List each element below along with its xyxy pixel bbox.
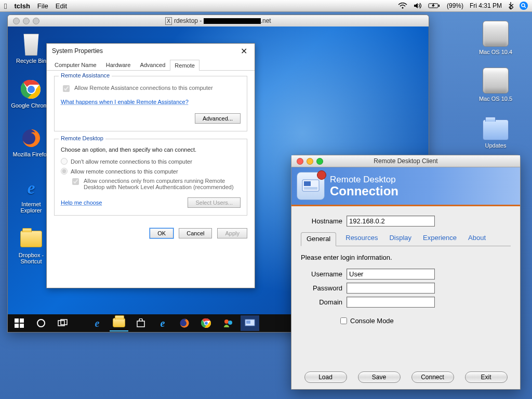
menubar-clock[interactable]: Fri 4:31 PM bbox=[470, 2, 502, 9]
svg-point-20 bbox=[224, 320, 229, 324]
taskbar-edge[interactable]: e bbox=[88, 315, 107, 331]
svg-rect-23 bbox=[246, 321, 250, 324]
tab-hardware[interactable]: Hardware bbox=[101, 59, 136, 70]
remote-desktop-intro: Choose an option, and then specify who c… bbox=[61, 147, 241, 153]
svg-rect-12 bbox=[20, 324, 24, 328]
svg-point-3 bbox=[522, 4, 525, 7]
window-close-icon[interactable] bbox=[13, 18, 20, 24]
rdesktop-title: Xrdesktop - .net bbox=[8, 17, 429, 24]
battery-icon[interactable] bbox=[428, 3, 441, 9]
rdc-tabs: General Resources Display Experience Abo… bbox=[301, 232, 511, 246]
system-properties-dialog[interactable]: System Properties ✕ Computer Name Hardwa… bbox=[46, 43, 255, 288]
svg-point-13 bbox=[37, 320, 45, 327]
desktop-drive-2-label: Mac OS 10.5 bbox=[475, 96, 516, 102]
rdc-banner: Remote Desktop Connection bbox=[291, 167, 520, 206]
svg-rect-25 bbox=[304, 181, 311, 186]
desktop-drive-2[interactable]: Mac OS 10.5 bbox=[475, 68, 516, 102]
drive-icon bbox=[483, 68, 509, 94]
folder-shortcut-icon bbox=[20, 231, 42, 247]
username-input[interactable] bbox=[347, 269, 435, 280]
taskbar-people[interactable] bbox=[219, 315, 237, 331]
taskbar-ie[interactable]: e bbox=[153, 315, 172, 331]
window-zoom-icon[interactable] bbox=[316, 158, 323, 165]
remote-desktop-group: Remote Desktop Choose an option, and the… bbox=[54, 139, 247, 216]
task-view-button[interactable] bbox=[54, 315, 72, 331]
ok-button[interactable]: OK bbox=[150, 228, 174, 238]
chrome-icon bbox=[20, 78, 42, 100]
console-mode-checkbox[interactable] bbox=[340, 317, 347, 324]
battery-percent: (99%) bbox=[447, 2, 463, 9]
bluetooth-icon[interactable] bbox=[508, 2, 513, 9]
cancel-button[interactable]: Cancel bbox=[179, 228, 212, 238]
desktop-drive-1[interactable]: Mac OS 10.4 bbox=[475, 21, 516, 55]
select-users-button[interactable]: Select Users... bbox=[188, 197, 241, 208]
allow-remote-assistance-checkbox[interactable]: Allow Remote Assistance connections to t… bbox=[61, 85, 241, 94]
desktop-drive-1-label: Mac OS 10.4 bbox=[475, 49, 516, 55]
remote-assistance-help-link[interactable]: What happens when I enable Remote Assist… bbox=[61, 99, 189, 105]
taskbar-chrome[interactable] bbox=[197, 315, 216, 331]
hostname-input[interactable] bbox=[347, 216, 435, 227]
wifi-icon[interactable] bbox=[398, 3, 407, 9]
menubar-item-file[interactable]: File bbox=[37, 2, 48, 10]
system-properties-tabs: Computer Name Hardware Advanced Remote bbox=[47, 58, 255, 71]
taskbar-store[interactable] bbox=[131, 315, 150, 331]
volume-icon[interactable] bbox=[414, 3, 422, 9]
rdc-tab-about[interactable]: About bbox=[466, 232, 488, 246]
win-icon-chrome[interactable]: Google Chrome bbox=[11, 78, 51, 109]
menubar-app-name[interactable]: tclsh bbox=[14, 2, 30, 10]
rdc-tab-experience[interactable]: Experience bbox=[421, 232, 459, 246]
firefox-icon bbox=[20, 127, 42, 149]
rdc-tab-resources[interactable]: Resources bbox=[343, 232, 380, 246]
window-zoom-icon[interactable] bbox=[33, 18, 39, 24]
win-icon-recycle-bin[interactable]: Recycle Bin bbox=[11, 34, 51, 64]
taskbar-rdesktop[interactable] bbox=[241, 315, 259, 331]
window-close-icon[interactable] bbox=[297, 158, 303, 165]
taskbar-firefox[interactable] bbox=[175, 315, 194, 331]
spotlight-icon[interactable] bbox=[520, 2, 528, 10]
help-me-choose-link[interactable]: Help me choose bbox=[61, 200, 102, 206]
rdc-connect-button[interactable]: Connect bbox=[411, 371, 454, 383]
taskbar-file-explorer[interactable] bbox=[110, 315, 128, 331]
tab-advanced[interactable]: Advanced bbox=[135, 59, 170, 70]
tab-remote[interactable]: Remote bbox=[170, 60, 200, 71]
remote-assistance-advanced-button[interactable]: Advanced... bbox=[195, 113, 241, 124]
rdc-exit-button[interactable]: Exit bbox=[465, 371, 508, 383]
menubar-item-edit[interactable]: Edit bbox=[56, 2, 67, 10]
drive-icon bbox=[483, 21, 509, 47]
rdc-tab-general[interactable]: General bbox=[301, 232, 336, 246]
close-button[interactable]: ✕ bbox=[236, 45, 251, 57]
hostname-label: Hostname bbox=[301, 217, 347, 225]
rdc-save-button[interactable]: Save bbox=[358, 371, 401, 383]
svg-point-19 bbox=[205, 322, 208, 325]
tab-computer-name[interactable]: Computer Name bbox=[50, 59, 101, 70]
apple-menu-icon[interactable]:  bbox=[4, 2, 7, 10]
remote-desktop-legend: Remote Desktop bbox=[59, 135, 105, 141]
desktop-folder-updates[interactable]: Updates bbox=[475, 119, 516, 149]
rdesktop-titlebar[interactable]: Xrdesktop - .net bbox=[8, 15, 429, 27]
remote-desktop-client-window[interactable]: Remote Desktop Client Remote Desktop Con… bbox=[291, 155, 521, 390]
svg-rect-11 bbox=[15, 324, 19, 328]
radio-dont-allow[interactable]: Don't allow remote connections to this c… bbox=[61, 158, 241, 165]
rdc-titlebar[interactable]: Remote Desktop Client bbox=[291, 155, 520, 167]
nla-checkbox[interactable]: Allow connections only from computers ru… bbox=[70, 178, 241, 190]
win-icon-firefox[interactable]: Mozilla Firefox bbox=[11, 127, 51, 157]
radio-allow[interactable]: Allow remote connections to this compute… bbox=[61, 168, 241, 175]
rdc-tab-display[interactable]: Display bbox=[387, 232, 414, 246]
internet-explorer-icon: e bbox=[20, 177, 42, 199]
window-minimize-icon[interactable] bbox=[23, 18, 30, 24]
rdc-load-button[interactable]: Load bbox=[304, 371, 347, 383]
win-icon-ie[interactable]: e Internet Explorer bbox=[11, 177, 51, 214]
svg-rect-26 bbox=[304, 187, 317, 190]
window-minimize-icon[interactable] bbox=[307, 158, 313, 165]
cortana-button[interactable] bbox=[32, 315, 50, 331]
rdc-banner-line1: Remote Desktop bbox=[330, 175, 398, 185]
rdc-login-prompt: Please enter login information. bbox=[301, 254, 511, 261]
system-properties-title: System Properties bbox=[52, 47, 103, 55]
win-icon-dropbox[interactable]: Dropbox - Shortcut bbox=[11, 228, 51, 264]
start-button[interactable] bbox=[10, 315, 29, 331]
password-input[interactable] bbox=[347, 283, 435, 294]
redacted-hostname bbox=[204, 18, 261, 24]
domain-input[interactable] bbox=[347, 297, 435, 308]
mac-menubar:  tclsh File Edit (99%) Fri 4:31 PM bbox=[0, 0, 532, 12]
apply-button[interactable]: Apply bbox=[217, 228, 247, 238]
